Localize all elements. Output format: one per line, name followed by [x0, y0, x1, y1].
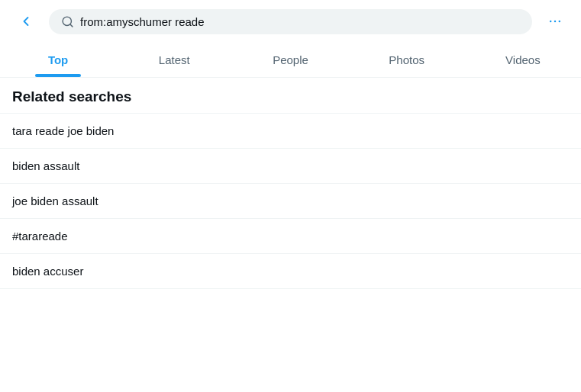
search-bar[interactable]: from:amyschumer reade [49, 9, 532, 34]
related-searches-list: tara reade joe biden biden assault joe b… [0, 114, 581, 289]
list-item[interactable]: #tarareade [0, 219, 581, 254]
back-button[interactable] [12, 8, 40, 35]
tab-videos[interactable]: Videos [465, 43, 581, 77]
list-item[interactable]: biden accuser [0, 254, 581, 289]
list-item[interactable]: joe biden assault [0, 184, 581, 219]
tab-bar: Top Latest People Photos Videos [0, 43, 581, 78]
tab-people[interactable]: People [232, 43, 348, 77]
more-button[interactable] [541, 8, 569, 35]
tab-top[interactable]: Top [0, 43, 116, 77]
tab-photos[interactable]: Photos [349, 43, 465, 77]
list-item[interactable]: tara reade joe biden [0, 114, 581, 149]
svg-point-3 [554, 21, 557, 23]
list-item[interactable]: biden assault [0, 149, 581, 184]
search-icon [61, 15, 74, 28]
related-searches-title: Related searches [0, 78, 581, 114]
svg-point-4 [559, 21, 561, 23]
tab-latest[interactable]: Latest [116, 43, 232, 77]
search-query-text: from:amyschumer reade [80, 15, 520, 28]
svg-line-1 [70, 24, 73, 26]
header: from:amyschumer reade [0, 0, 581, 43]
svg-point-2 [550, 21, 552, 23]
